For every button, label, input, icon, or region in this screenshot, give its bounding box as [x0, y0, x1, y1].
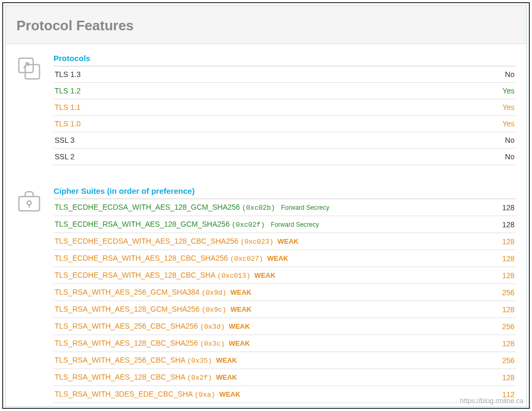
cipher-name-cell: TLS_RSA_WITH_AES_256_CBC_SHA256 (0x3d) W…	[54, 318, 484, 335]
cipher-name: TLS_RSA_WITH_AES_256_CBC_SHA256	[55, 322, 200, 330]
protocol-row: TLS 1.2Yes	[54, 83, 516, 99]
protocol-value: Yes	[484, 116, 516, 132]
cipher-name: TLS_RSA_WITH_3DES_EDE_CBC_SHA	[55, 390, 195, 398]
cipher-row: TLS_RSA_WITH_AES_256_CBC_SHA (0x35) WEAK…	[54, 352, 516, 369]
forward-secrecy-badge: Forward Secrecy	[269, 221, 319, 228]
cipher-strength: 128	[484, 250, 516, 267]
page-frame: Protocol Features Protocols TLS 1.3NoTLS…	[2, 2, 530, 409]
cipher-name: TLS_RSA_WITH_AES_128_CBC_SHA256	[55, 339, 200, 347]
cipher-row: TLS_RSA_WITH_AES_128_GCM_SHA256 (0x9c) W…	[54, 301, 516, 318]
cipher-name: TLS_ECDHE_RSA_WITH_AES_128_GCM_SHA256	[55, 220, 232, 228]
weak-badge: WEAK	[214, 373, 237, 381]
protocols-table: TLS 1.3NoTLS 1.2YesTLS 1.1YesTLS 1.0YesS…	[54, 66, 516, 165]
cipher-name-cell: TLS_ECDHE_RSA_WITH_AES_128_CBC_SHA256 (0…	[54, 250, 484, 267]
briefcase-lock-icon	[16, 186, 54, 407]
cipher-name-cell: TLS_RSA_WITH_AES_128_CBC_SHA (0x2f) WEAK	[54, 369, 484, 386]
cipher-row: TLS_ECDHE_RSA_WITH_AES_128_CBC_SHA256 (0…	[54, 250, 516, 267]
cipher-name-cell: TLS_RSA_WITH_AES_256_GCM_SHA384 (0x9d) W…	[54, 284, 484, 301]
protocol-value: No	[484, 66, 516, 83]
cipher-name-cell: TLS_RSA_WITH_AES_128_GCM_SHA256 (0x9c) W…	[54, 301, 484, 318]
protocol-name: TLS 1.0	[54, 116, 484, 132]
cipher-row: TLS_ECDHE_RSA_WITH_AES_128_GCM_SHA256 (0…	[54, 216, 516, 233]
cipher-name: TLS_RSA_WITH_AES_256_GCM_SHA384	[55, 288, 202, 296]
ciphers-footnote: (1) When a browser supports SSL 2, its S…	[54, 403, 516, 407]
cipher-strength: 128	[484, 369, 516, 386]
cipher-name: TLS_RSA_WITH_AES_128_CBC_SHA	[55, 373, 187, 381]
protocol-value: Yes	[484, 99, 516, 116]
protocol-value: No	[484, 149, 516, 165]
cipher-name-cell: TLS_ECDHE_RSA_WITH_AES_128_GCM_SHA256 (0…	[54, 216, 484, 233]
cipher-code: (0x9d)	[202, 289, 226, 297]
weak-badge: WEAK	[229, 288, 251, 296]
cipher-code: (0xc013)	[217, 272, 250, 280]
cipher-name: TLS_RSA_WITH_AES_256_CBC_SHA	[55, 356, 187, 364]
cipher-row: TLS_RSA_WITH_AES_128_CBC_SHA256 (0x3c) W…	[54, 335, 516, 352]
cipher-code: (0x9c)	[202, 306, 226, 314]
cipher-strength: 256	[484, 318, 516, 335]
weak-badge: WEAK	[252, 271, 275, 279]
cipher-name: TLS_ECDHE_ECDSA_WITH_AES_128_GCM_SHA256	[55, 203, 242, 211]
body: Protocols TLS 1.3NoTLS 1.2YesTLS 1.1YesT…	[6, 44, 526, 407]
expand-icon	[16, 54, 54, 165]
svg-point-4	[27, 201, 31, 205]
cipher-strength: 128	[484, 233, 516, 250]
cipher-code: (0x35)	[187, 357, 212, 365]
cipher-row: TLS_RSA_WITH_AES_128_CBC_SHA (0x2f) WEAK…	[54, 369, 516, 386]
cipher-strength: 256	[484, 284, 516, 301]
protocol-value: No	[484, 132, 516, 149]
protocol-value: Yes	[484, 83, 516, 99]
cipher-strength: 128	[484, 301, 516, 318]
weak-badge: WEAK	[217, 390, 240, 398]
cipher-strength: 128	[484, 199, 516, 216]
ciphers-title: Cipher Suites (in order of preference)	[54, 186, 516, 199]
cipher-code: (0xc023)	[240, 238, 273, 246]
protocols-section: Protocols TLS 1.3NoTLS 1.2YesTLS 1.1YesT…	[6, 47, 526, 165]
cipher-name: TLS_ECDHE_RSA_WITH_AES_128_CBC_SHA256	[55, 254, 230, 262]
cipher-name-cell: TLS_RSA_WITH_AES_256_CBC_SHA (0x35) WEAK	[54, 352, 484, 369]
cipher-name: TLS_RSA_WITH_AES_128_GCM_SHA256	[55, 305, 202, 313]
page-title: Protocol Features	[16, 18, 516, 34]
cipher-row: TLS_RSA_WITH_AES_256_GCM_SHA384 (0x9d) W…	[54, 284, 516, 301]
protocol-row: TLS 1.3No	[54, 66, 516, 83]
ciphers-table: TLS_ECDHE_ECDSA_WITH_AES_128_GCM_SHA256 …	[54, 199, 516, 403]
weak-badge: WEAK	[214, 356, 237, 364]
cipher-row: TLS_RSA_WITH_AES_256_CBC_SHA256 (0x3d) W…	[54, 318, 516, 335]
protocol-row: SSL 3No	[54, 132, 516, 149]
cipher-name-cell: TLS_RSA_WITH_AES_128_CBC_SHA256 (0x3c) W…	[54, 335, 484, 352]
cipher-code: (0xc027)	[230, 255, 263, 263]
cipher-row: TLS_RSA_WITH_3DES_EDE_CBC_SHA (0xa) WEAK…	[54, 386, 516, 403]
cipher-name: TLS_ECDHE_ECDSA_WITH_AES_128_CBC_SHA256	[55, 237, 240, 245]
svg-line-2	[24, 63, 29, 68]
cipher-code: (0xc02f)	[232, 221, 265, 229]
cipher-strength: 128	[484, 216, 516, 233]
watermark: https://blog.rmilne.ca	[460, 397, 524, 405]
cipher-strength: 128	[484, 335, 516, 352]
protocol-row: TLS 1.0Yes	[54, 116, 516, 132]
cipher-name-cell: TLS_RSA_WITH_3DES_EDE_CBC_SHA (0xa) WEAK	[54, 386, 484, 403]
ciphers-section: Cipher Suites (in order of preference) T…	[6, 180, 526, 407]
cipher-strength: 128	[484, 267, 516, 284]
protocol-name: SSL 3	[54, 132, 484, 149]
cipher-name-cell: TLS_ECDHE_ECDSA_WITH_AES_128_GCM_SHA256 …	[54, 199, 484, 216]
protocol-name: TLS 1.1	[54, 99, 484, 116]
protocol-name: TLS 1.3	[54, 66, 484, 83]
cipher-strength: 256	[484, 352, 516, 369]
weak-badge: WEAK	[276, 237, 299, 245]
weak-badge: WEAK	[227, 339, 250, 347]
header: Protocol Features	[6, 6, 526, 44]
page-panel: Protocol Features Protocols TLS 1.3NoTLS…	[5, 5, 527, 407]
cipher-name-cell: TLS_ECDHE_ECDSA_WITH_AES_128_CBC_SHA256 …	[54, 233, 484, 250]
cipher-row: TLS_ECDHE_ECDSA_WITH_AES_128_CBC_SHA256 …	[54, 233, 516, 250]
cipher-row: TLS_ECDHE_ECDSA_WITH_AES_128_GCM_SHA256 …	[54, 199, 516, 216]
cipher-code: (0x2f)	[187, 374, 212, 382]
cipher-row: TLS_ECDHE_RSA_WITH_AES_128_CBC_SHA (0xc0…	[54, 267, 516, 284]
cipher-code: (0x3c)	[200, 340, 225, 348]
cipher-code: (0xc02b)	[242, 204, 275, 212]
protocol-name: SSL 2	[54, 149, 484, 165]
protocol-row: TLS 1.1Yes	[54, 99, 516, 116]
cipher-name: TLS_ECDHE_RSA_WITH_AES_128_CBC_SHA	[55, 271, 217, 279]
weak-badge: WEAK	[265, 254, 288, 262]
svg-rect-3	[19, 196, 40, 211]
weak-badge: WEAK	[229, 305, 251, 313]
weak-badge: WEAK	[227, 322, 250, 330]
